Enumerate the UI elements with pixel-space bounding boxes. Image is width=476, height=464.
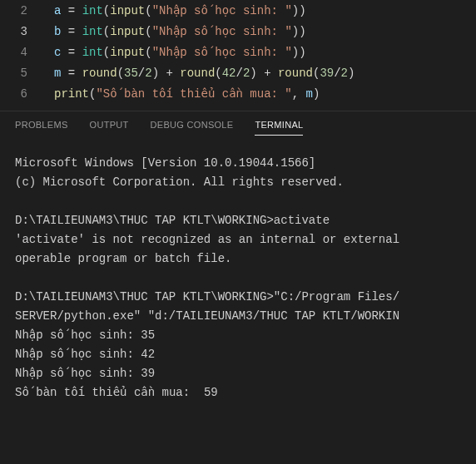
terminal-line: Số bàn tối thiểu cần mua: 59 bbox=[15, 383, 461, 402]
code-line[interactable]: 3b = int(input("Nhập số học sinh: ")) bbox=[0, 21, 476, 42]
line-number: 3 bbox=[0, 25, 46, 38]
terminal-line: operable program or batch file. bbox=[15, 249, 461, 269]
terminal-line: Nhập số học sinh: 35 bbox=[15, 326, 461, 345]
terminal-line: SERVER/python.exe" "d:/TAILIEUNAM3/THUC … bbox=[15, 307, 461, 326]
line-number: 2 bbox=[0, 4, 46, 17]
terminal-line bbox=[15, 192, 461, 211]
terminal-line: D:\TAILIEUNAM3\THUC TAP KTLT\WORKING>"C:… bbox=[15, 288, 461, 307]
code-content[interactable]: m = round(35/2) + round(42/2) + round(39… bbox=[46, 67, 355, 80]
code-line[interactable]: 6print("Số bàn tối thiểu cần mua: ", m) bbox=[0, 83, 476, 104]
terminal-line: Microsoft Windows [Version 10.0.19044.15… bbox=[15, 154, 461, 173]
terminal-line: 'activate' is not recognized as an inter… bbox=[15, 230, 461, 249]
tab-problems[interactable]: PROBLEMS bbox=[15, 120, 68, 136]
terminal-line: (c) Microsoft Corporation. All rights re… bbox=[15, 173, 461, 192]
code-content[interactable]: print("Số bàn tối thiểu cần mua: ", m) bbox=[46, 86, 320, 101]
code-content[interactable]: c = int(input("Nhập số học sinh: ")) bbox=[46, 45, 306, 59]
terminal-line: Nhập số học sinh: 42 bbox=[15, 345, 461, 364]
tab-terminal[interactable]: TERMINAL bbox=[255, 120, 303, 136]
panel-tabs: PROBLEMS OUTPUT DEBUG CONSOLE TERMINAL bbox=[0, 111, 476, 136]
code-content[interactable]: b = int(input("Nhập số học sinh: ")) bbox=[46, 24, 306, 38]
terminal-output[interactable]: Microsoft Windows [Version 10.0.19044.15… bbox=[0, 136, 476, 411]
tab-debug-console[interactable]: DEBUG CONSOLE bbox=[151, 120, 234, 136]
bottom-panel: PROBLEMS OUTPUT DEBUG CONSOLE TERMINAL M… bbox=[0, 111, 476, 411]
terminal-line bbox=[15, 269, 461, 288]
code-line[interactable]: 2a = int(input("Nhập số học sinh: ")) bbox=[0, 0, 476, 21]
terminal-line: D:\TAILIEUNAM3\THUC TAP KTLT\WORKING>act… bbox=[15, 211, 461, 230]
code-content[interactable]: a = int(input("Nhập số học sinh: ")) bbox=[46, 3, 306, 17]
code-editor[interactable]: 2a = int(input("Nhập số học sinh: "))3b … bbox=[0, 0, 476, 111]
line-number: 5 bbox=[0, 67, 46, 80]
code-line[interactable]: 5m = round(35/2) + round(42/2) + round(3… bbox=[0, 62, 476, 83]
terminal-line: Nhập số học sinh: 39 bbox=[15, 364, 461, 383]
line-number: 6 bbox=[0, 87, 46, 101]
code-line[interactable]: 4c = int(input("Nhập số học sinh: ")) bbox=[0, 42, 476, 62]
line-number: 4 bbox=[0, 46, 46, 59]
tab-output[interactable]: OUTPUT bbox=[90, 120, 129, 136]
